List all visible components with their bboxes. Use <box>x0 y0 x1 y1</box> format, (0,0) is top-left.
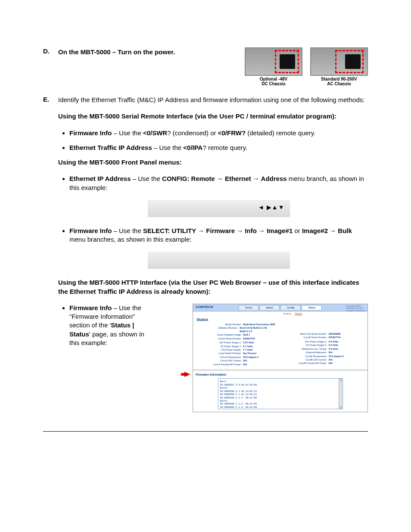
status-row: 5V Power Supply 1:5.7 Volts <box>198 345 277 348</box>
status-row: Local Switch Position:Not Present <box>198 352 277 355</box>
subtab-events[interactable]: Events <box>283 312 291 315</box>
status-row: ConvB Serial Number:091927744 <box>283 336 362 339</box>
chassis-photos: Optional -48V DC Chassis Standard 90-260… <box>245 47 368 86</box>
http-bullets: Firmware Info – Use the "Firmware Inform… <box>58 304 368 412</box>
subtab-status[interactable]: Status <box>295 312 302 315</box>
tab-status[interactable]: Status <box>302 305 322 310</box>
status-page-screenshot: COMTECH Home Admin Config Status Copyrig… <box>193 304 368 412</box>
tab-admin[interactable]: Admin <box>259 305 280 310</box>
serial-heading: Using the MBT-5000 Serial Remote Interfa… <box>58 112 368 121</box>
status-row: Active Software Image:Bulk 1 <box>198 333 277 336</box>
status-row: ConvA Temperature:35.0 degree C <box>198 356 277 359</box>
http-heading: Using the MBT-5000 HTTP Interface (via t… <box>58 278 368 296</box>
frontpanel-bullets: Ethernet IP Address – Use the CONFIG: Re… <box>58 174 368 269</box>
photo2-caption-l2: AC Chassis <box>327 81 351 86</box>
step-d-text: On the MBT-5000 – Turn on the power. <box>58 47 240 56</box>
firmware-info-title: Firmware Information <box>193 371 367 377</box>
status-row: 7.5V Power Supply:7.7 Volts <box>198 348 277 352</box>
firmware-line: FW-0000099.2.1.4b.12/01/11 <box>220 393 341 396</box>
subtabs: Events Status <box>193 312 367 315</box>
photo1-caption-l1: Optional -48V <box>260 77 287 81</box>
status-columns: Model Number:Multi-Band Transceiver 5000… <box>193 323 367 369</box>
firmware-line: Boot: <box>220 380 341 383</box>
firmware-text-box[interactable]: Boot:FW-0000097.2.0.0a.07/26/08Bulk1:FW-… <box>218 378 343 409</box>
status-row: 12V Power Supply 1:13.5 Volts <box>198 341 277 344</box>
step-d-letter: D. <box>43 47 58 86</box>
status-row: Model Number:Multi-Band Transceiver 5000 <box>198 323 277 326</box>
firmware-line: FW-0000100.2.1.3 .06/21/09 <box>220 409 341 409</box>
photo1-caption-l2: DC Chassis <box>262 81 286 86</box>
status-row: Base Unit Serial Number:092439058 <box>283 333 362 336</box>
step-e-intro: Identify the Ethernet Traffic (M&C) IP A… <box>58 96 368 104</box>
bullet-fw-frontpanel: Firmware Info – Use the SELECT: UTILITY … <box>69 227 368 269</box>
status-row: ConvA Serial Number:091927744 <box>198 337 277 340</box>
bullet-fw-http: Firmware Info – Use the "Firmware Inform… <box>69 304 368 412</box>
status-row: ConvB Temperature:35.0 degree C <box>283 355 362 358</box>
lcd-display-1: ◄ ▶▲▼ <box>148 200 290 217</box>
firmware-section: Firmware Information Boot:FW-0000097.2.0… <box>193 369 367 409</box>
serial-bullets: Firmware Info – Use the <0/SWR? (condens… <box>58 129 368 152</box>
tab-home[interactable]: Home <box>239 305 258 310</box>
status-row: Software Revision:Boot:2.0.0a Bulk1:2.1.… <box>198 327 277 333</box>
status-row: ConvA LNA Current:N/A <box>198 359 277 362</box>
firmware-line: FW-0000099.2.1.3 .06/21/09 <box>220 406 341 409</box>
status-header: Status <box>193 315 367 323</box>
nav-arrows-icon: ◄ ▶▲▼ <box>258 203 284 212</box>
browser-tabbar: COMTECH Home Admin Config Status Copyrig… <box>193 304 367 311</box>
firmware-line: FW-0000098.2.1.4b.12/01/11 <box>220 390 341 393</box>
red-arrow-icon <box>184 372 190 377</box>
firmware-line: FW-0000100.2.1.3 .06/21/09 <box>220 396 341 399</box>
firmware-line: Bulk1: <box>220 386 341 389</box>
status-row: 5V Power Supply 2:0.0 Volts <box>283 344 362 347</box>
firmware-line: FW-0000097.2.0.0a.07/26/08 <box>220 383 341 386</box>
step-e-letter: E. <box>43 96 58 418</box>
step-e: E. Identify the Ethernet Traffic (M&C) I… <box>43 96 368 418</box>
status-row: ConvB LNA Current:N/A <box>283 358 362 361</box>
firmware-line: Bulk2: <box>220 399 341 402</box>
lcd-display-2 <box>148 252 290 269</box>
bullet-fw-info-serial: Firmware Info – Use the <0/SWR? (condens… <box>69 129 368 137</box>
comtech-logo: COMTECH <box>193 305 226 310</box>
bullet-ip-serial: Ethernet Traffic IP Address – Use the <0… <box>69 143 368 152</box>
bullet-ip-frontpanel: Ethernet IP Address – Use the CONFIG: Re… <box>69 174 368 217</box>
tab-config[interactable]: Config <box>280 305 301 310</box>
document-page: D. On the MBT-5000 – Turn on the power. … <box>0 0 411 532</box>
photo-ac-chassis <box>310 47 368 76</box>
status-row: ConvA Forward RF Power:N/A <box>198 363 277 366</box>
scrollbar[interactable] <box>339 379 342 409</box>
frontpanel-heading: Using the MBT-5000 Front Panel menus: <box>58 158 368 167</box>
status-row: External Reference:N/A <box>283 351 362 354</box>
firmware-line: FW-0000098.2.1.3 .06/21/09 <box>220 402 341 405</box>
footer-rule <box>43 431 368 432</box>
status-row: ConvB Forward RF Power:N/A <box>283 362 362 365</box>
status-row: Reference Osc. Tuning:4.5 Volts <box>283 348 362 351</box>
photo-dc-chassis <box>245 47 302 76</box>
photo2-caption-l1: Standard 90-260V <box>321 77 357 81</box>
copyright-text: Copyright 2007 Comtech EF Data All Right… <box>346 305 365 312</box>
step-d: D. On the MBT-5000 – Turn on the power. … <box>43 47 368 86</box>
status-row: 12V Power Supply 2:0.0 Volts <box>283 340 362 343</box>
